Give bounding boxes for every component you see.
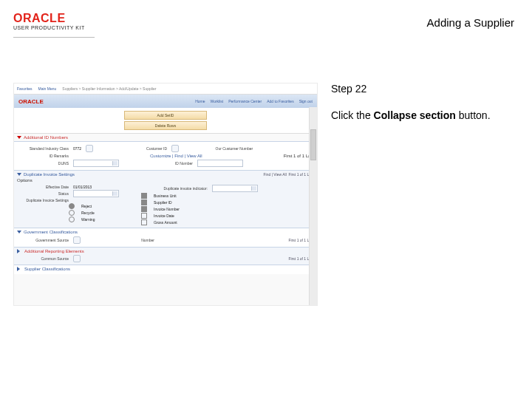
scroll-thumb[interactable]: [310, 129, 316, 160]
customize-link[interactable]: Customize | Find | View All: [150, 154, 202, 158]
lbl-idnum: ID Number: [141, 161, 193, 166]
twisty-icon[interactable]: [17, 249, 22, 253]
tab-fav[interactable]: Add to Favorites: [267, 99, 293, 103]
status-select[interactable]: [73, 190, 119, 197]
content-row: Favorites Main Menu Suppliers > Supplier…: [13, 83, 519, 355]
lbl-repsrc: Common Source: [17, 256, 69, 261]
delete-rows-button[interactable]: Delete Rows: [124, 121, 207, 130]
idnum-input[interactable]: [197, 160, 243, 167]
chk-bu[interactable]: [141, 193, 147, 199]
section-dup-label: Duplicate Invoice Settings: [24, 172, 75, 177]
divider: [13, 37, 95, 38]
lbl-chk-invdate: Invoice Date: [154, 214, 174, 218]
section-last-header[interactable]: Supplier Classifications: [17, 267, 314, 271]
embedded-screenshot: Favorites Main Menu Suppliers > Supplier…: [13, 83, 318, 306]
tab-home[interactable]: Home: [195, 99, 205, 103]
lbl-chk-amt: Gross Amount: [154, 220, 177, 225]
lookup-icon[interactable]: [73, 236, 81, 244]
page-title: Adding a Supplier: [427, 16, 514, 29]
lbl-duns: DUNS: [17, 161, 69, 166]
section-dup-header[interactable]: Duplicate Invoice Settings Find | View A…: [17, 172, 314, 177]
breadcrumb: Suppliers > Supplier Information > Add/U…: [62, 86, 156, 91]
text-after: button.: [456, 109, 491, 121]
button-column: Add SetID Delete Rows: [14, 108, 317, 133]
instruction-panel: Step 22 Click the Collapse section butto…: [318, 83, 519, 355]
lookup-icon[interactable]: [86, 145, 93, 152]
dup-nav: Find | View All First 1 of 1 Last: [264, 172, 314, 177]
lbl-dupind: Duplicate invoice indicator:: [141, 186, 208, 191]
chk-amt[interactable]: [141, 219, 147, 225]
lookup-icon[interactable]: [171, 145, 179, 152]
twisty-icon[interactable]: [17, 173, 21, 176]
app-tabs: Home Worklist Performance Center Add to …: [195, 99, 313, 103]
instruction-text: Click the Collapse section button.: [331, 109, 519, 121]
lbl-stdclass: Standard Industry Class: [17, 146, 69, 151]
menu-main[interactable]: Main Menu: [38, 86, 57, 91]
lbl-dupopt: Duplicate Invoice Settings: [17, 198, 69, 202]
step-label: Step 22: [331, 83, 519, 95]
section-idnum[interactable]: Additional ID Numbers: [14, 133, 317, 141]
brand-text: ORACLE: [13, 12, 85, 25]
chk-invnum[interactable]: [141, 206, 147, 212]
lbl-warning: Warning: [81, 217, 95, 222]
radio-recycle[interactable]: [69, 210, 75, 216]
lookup-icon[interactable]: [73, 255, 81, 262]
section-last: Supplier Classifications: [14, 265, 317, 274]
app-brandbar: ORACLE Home Worklist Performance Center …: [14, 95, 317, 108]
tab-signout[interactable]: Sign out: [299, 99, 313, 103]
page: ORACLE USER PRODUCTIVITY KIT Adding a Su…: [0, 0, 532, 399]
lbl-num: Number: [103, 238, 154, 242]
text-bold: Collapse section: [374, 109, 456, 121]
val-effdate: 01/01/2013: [73, 185, 92, 189]
tab-perf[interactable]: Performance Center: [228, 99, 262, 103]
twisty-icon[interactable]: [17, 267, 22, 271]
val-stdclass: 0772: [73, 146, 81, 151]
section-gov: Government Classifications Government So…: [14, 228, 317, 247]
lbl-govsrc: Government Source: [17, 238, 69, 242]
lbl-reject: Reject: [81, 204, 92, 208]
options-label: Options: [17, 178, 314, 183]
lbl-recycle: Recycle: [81, 211, 95, 215]
lbl-customer: Customer ID: [115, 146, 167, 151]
page-header: ORACLE USER PRODUCTIVITY KIT Adding a Su…: [13, 12, 519, 41]
section-gov-label: Government Classifications: [24, 230, 78, 234]
idnum-body: Standard Industry Class0772 Customer ID …: [14, 141, 317, 170]
lbl-remarks: ID Remarks: [17, 154, 69, 158]
lbl-chk-bu: Business Unit: [154, 194, 177, 198]
twisty-icon[interactable]: [17, 231, 21, 233]
section-addl: Additional Reporting Elements Common Sou…: [14, 247, 317, 265]
lbl-status: Status: [17, 191, 69, 196]
app-menubar: Favorites Main Menu Suppliers > Supplier…: [14, 83, 317, 95]
app-logo: ORACLE: [18, 98, 44, 105]
section-addl-label: Additional Reporting Elements: [24, 249, 84, 253]
radio-warning[interactable]: [69, 216, 75, 222]
radio-reject[interactable]: [69, 203, 75, 209]
section-dup: Duplicate Invoice Settings Find | View A…: [14, 170, 317, 228]
menu-favorites[interactable]: Favorites: [17, 86, 33, 91]
section-addl-header[interactable]: Additional Reporting Elements: [17, 249, 314, 253]
chk-supplier[interactable]: [141, 200, 147, 205]
lbl-former: Our Customer Number: [201, 146, 253, 151]
oracle-logo: ORACLE USER PRODUCTIVITY KIT: [13, 12, 85, 30]
chk-invdate[interactable]: [141, 213, 147, 219]
text-before: Click the: [331, 109, 374, 121]
lbl-chk-supplier: Supplier ID: [154, 200, 172, 205]
scrollbar[interactable]: [309, 107, 317, 305]
section-idnum-label: Additional ID Numbers: [24, 135, 68, 140]
subbrand-text: USER PRODUCTIVITY KIT: [13, 25, 85, 30]
duns-select[interactable]: [73, 160, 119, 167]
dupind-select[interactable]: [212, 185, 258, 192]
collapse-icon[interactable]: [17, 136, 21, 139]
section-last-label: Supplier Classifications: [24, 267, 70, 271]
tab-worklist[interactable]: Worklist: [211, 99, 224, 103]
lbl-effdate: Effective Date: [17, 185, 69, 189]
lbl-chk-invnum: Invoice Number: [154, 207, 180, 211]
add-setid-button[interactable]: Add SetID: [124, 111, 207, 120]
section-gov-header[interactable]: Government Classifications: [17, 230, 314, 234]
